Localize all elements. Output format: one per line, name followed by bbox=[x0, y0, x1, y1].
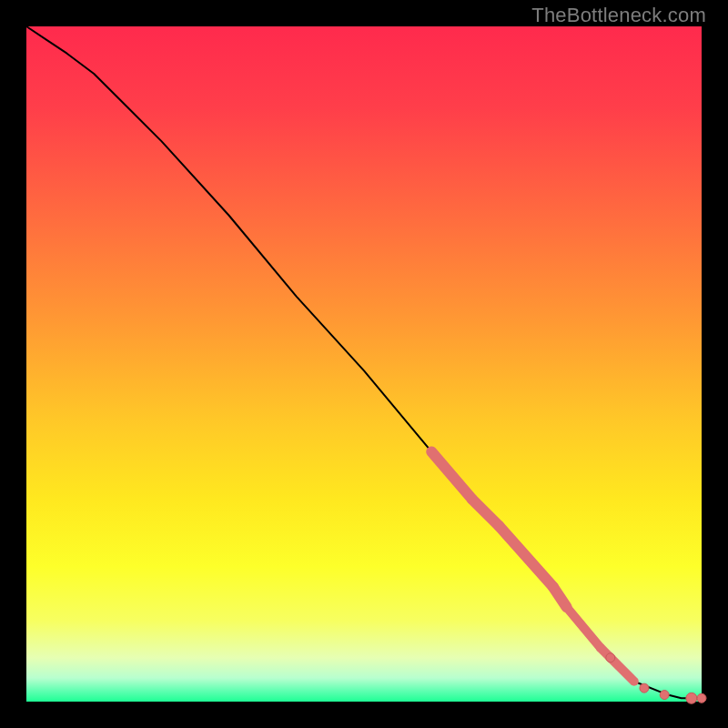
chart-stage: TheBottleneck.com bbox=[0, 0, 728, 728]
watermark-text: TheBottleneck.com bbox=[531, 4, 706, 27]
chart-canvas bbox=[0, 0, 728, 728]
